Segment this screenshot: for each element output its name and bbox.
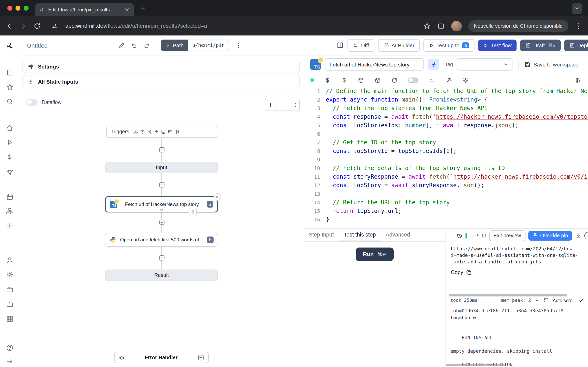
expand-logs-icon[interactable] (544, 298, 549, 303)
bookmark-star-icon[interactable] (423, 22, 431, 30)
trigger-email-icon[interactable] (168, 129, 173, 134)
error-handler-node[interactable]: Error Handler (114, 352, 209, 363)
tab-test-this-step[interactable]: Test this step (339, 229, 381, 242)
reload-icon[interactable] (34, 22, 41, 30)
fit-view-button[interactable] (288, 99, 299, 110)
url-bar[interactable]: app.windmill.dev/flows/edit/u/henri/pin_… (65, 23, 417, 29)
refresh-icon[interactable] (391, 77, 398, 83)
sidebar-calendar-icon[interactable] (6, 193, 13, 201)
download-logs-icon[interactable] (535, 298, 540, 303)
step-title-input[interactable] (325, 58, 424, 71)
edit-name-icon[interactable] (118, 42, 125, 49)
code-line[interactable]: 4 const response = await fetch('https://… (304, 113, 588, 121)
code-line[interactable]: 6 (304, 130, 588, 138)
ai-builder-button[interactable]: AI Builder (378, 39, 420, 52)
dollar-icon[interactable] (324, 77, 331, 83)
tab-advanced[interactable]: Advanced (381, 229, 415, 242)
code-line[interactable]: 7 // Get the ID of the top story (304, 138, 588, 147)
code-line[interactable]: 16} (304, 215, 588, 224)
log-output[interactable]: job=019634fd-e186-211f-5364-d3e4385d57f9… (446, 305, 588, 367)
job-id-badge[interactable]: ...9 (466, 233, 486, 238)
trigger-websocket-icon[interactable] (154, 129, 159, 134)
sidebar-play-icon[interactable] (6, 139, 13, 146)
undo-icon[interactable] (131, 42, 138, 49)
dataflow-toggle[interactable]: Dataflow (26, 99, 61, 106)
sidebar-plus-icon[interactable] (6, 222, 13, 230)
redo-icon[interactable] (143, 42, 150, 49)
add-step-button[interactable] (159, 182, 165, 188)
trigger-route-icon[interactable] (147, 129, 152, 134)
zoom-out-button[interactable] (276, 99, 288, 110)
deploy-button[interactable]: Deploy (564, 39, 588, 51)
more-options-icon[interactable] (235, 42, 242, 49)
code-line[interactable]: 10 // Fetch the details of the top story… (304, 164, 588, 173)
flow-name[interactable]: Untitled (27, 42, 48, 49)
triggers-node[interactable]: Triggers (106, 125, 217, 138)
test-up-to-button[interactable]: Test up toa (424, 39, 475, 52)
code-line[interactable]: 12 const topStory = await storyResponse.… (304, 181, 588, 190)
pin-toggle-button[interactable] (428, 59, 439, 70)
tag-select[interactable] (457, 58, 513, 71)
copy-button[interactable]: Copy (451, 269, 584, 275)
diff-button[interactable]: Diff (348, 39, 374, 52)
minimize-window-button[interactable] (16, 6, 20, 11)
trigger-webhook-icon[interactable] (133, 129, 138, 134)
sidebar-dollar-icon[interactable] (6, 153, 13, 161)
dollar-icon[interactable] (341, 77, 347, 83)
history-icon[interactable] (456, 232, 463, 239)
sidebar-star-icon[interactable] (6, 83, 13, 91)
code-line[interactable]: 14 // Return the URL of the top story (304, 198, 588, 207)
code-editor[interactable]: 1// Define the main function to fetch th… (304, 87, 588, 228)
tab-step-input[interactable]: Step Input (304, 229, 339, 242)
add-step-button[interactable] (159, 219, 165, 225)
docs-book-icon[interactable] (337, 42, 344, 49)
forward-icon[interactable] (20, 22, 27, 30)
pin-indicator-icon[interactable] (189, 208, 197, 216)
trigger-schedule-icon[interactable] (140, 129, 145, 134)
step-node-b[interactable]: Open url and fetch first 500 words of ..… (105, 233, 218, 247)
code-line[interactable]: 2export async function main(): Promise<s… (304, 95, 588, 104)
path-value[interactable]: u/henri/pin (188, 40, 229, 51)
static-inputs-row[interactable]: All Static Inputs (22, 75, 300, 88)
site-info-icon[interactable] (52, 23, 58, 29)
code-line[interactable]: 15 return topStory.url; (304, 207, 588, 215)
override-pin-button[interactable]: Override pin (528, 231, 572, 240)
sidebar-search-icon[interactable] (6, 98, 13, 105)
zoom-window-button[interactable] (24, 6, 29, 11)
test-flow-button[interactable]: Test flow (478, 39, 517, 51)
windmill-logo[interactable] (5, 42, 14, 50)
timer-icon[interactable] (584, 232, 588, 239)
run-button[interactable]: Run⌘↵ (356, 248, 394, 261)
trigger-postgres-icon[interactable] (161, 129, 166, 134)
add-step-button[interactable] (159, 147, 165, 153)
auto-scroll-check-icon[interactable] (578, 298, 584, 303)
code-line[interactable]: 11 const storyResponse = await fetch(`ht… (304, 173, 588, 181)
collapse-step-icon[interactable] (159, 208, 164, 212)
diff-mode-toggle[interactable] (408, 77, 419, 83)
save-to-workspace-button[interactable]: Save to workspace (525, 61, 579, 67)
sidebar-notebook-icon[interactable] (6, 69, 13, 76)
step-node-a[interactable]: TS Fetch url of HackerNews top story a (105, 196, 218, 212)
plusminus-icon[interactable] (429, 77, 435, 83)
side-panel-icon[interactable] (437, 22, 444, 30)
zoom-in-button[interactable] (265, 99, 276, 110)
sidebar-gear-icon[interactable] (6, 271, 13, 278)
profile-avatar[interactable] (451, 21, 462, 31)
code-line[interactable]: 8 const topStoryId = topStoriesIds[0]; (304, 147, 588, 155)
open-job-icon[interactable] (481, 233, 486, 238)
code-line[interactable]: 13 (304, 190, 588, 198)
code-line[interactable]: 1// Define the main function to fetch th… (304, 87, 588, 95)
tab-close-icon[interactable] (124, 7, 130, 13)
gear-icon[interactable] (462, 77, 469, 83)
package-icon[interactable] (358, 77, 364, 83)
trigger-kafka-icon[interactable] (175, 129, 180, 134)
chrome-update-button[interactable]: Nouvelle version de Chrome disponible (468, 20, 568, 32)
package-icon[interactable] (374, 77, 381, 83)
log-scrollbar[interactable] (446, 364, 505, 366)
sidebar-folder-icon[interactable] (6, 300, 13, 308)
add-step-button[interactable] (159, 255, 165, 261)
draft-button[interactable]: Draft⌘S (520, 39, 561, 51)
delete-step-icon[interactable] (214, 193, 221, 201)
code-line[interactable]: 9 (304, 155, 588, 164)
sidebar-schema-icon[interactable] (6, 208, 13, 215)
